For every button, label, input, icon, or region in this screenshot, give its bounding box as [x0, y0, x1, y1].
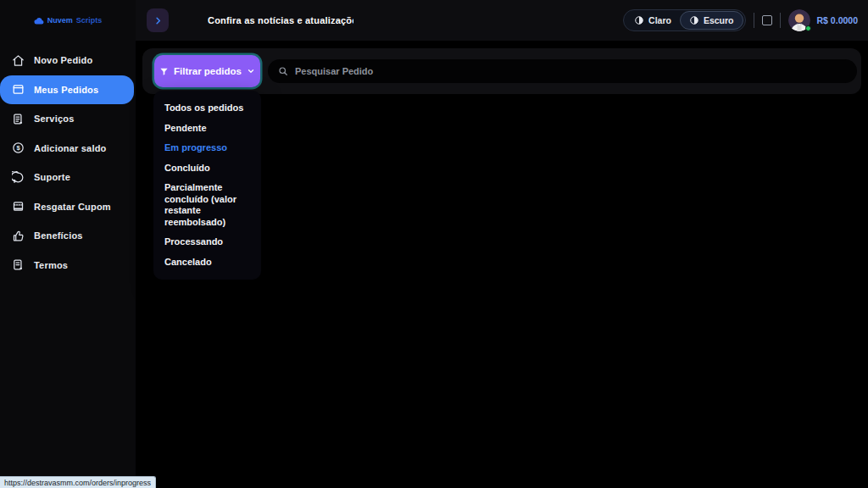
- sidebar-item-label: Meus Pedidos: [34, 85, 98, 95]
- sidebar-item-label: Adicionar saldo: [34, 143, 107, 153]
- filter-option-parcialmente-concluido[interactable]: Parcialmente concluído (valor restante r…: [153, 179, 261, 231]
- filter-option-cancelado[interactable]: Cancelado: [153, 253, 261, 272]
- sidebar-item-beneficios[interactable]: Benefícios: [0, 221, 136, 251]
- search-order-input[interactable]: [295, 66, 847, 76]
- chevron-right-icon: [153, 16, 163, 25]
- divider: [754, 13, 754, 28]
- theme-option-label: Escuro: [704, 15, 734, 25]
- sidebar-item-label: Termos: [34, 260, 68, 270]
- dark-theme-icon: [689, 15, 699, 25]
- sidebar-item-novo-pedido[interactable]: Novo Pedido: [0, 46, 136, 75]
- sidebar-item-adicionar-saldo[interactable]: $ Adicionar saldo: [0, 134, 136, 164]
- sidebar: Nuvem Scripts Novo Pedido Meus Pedidos: [0, 0, 136, 488]
- sidebar-item-label: Resgatar Cupom: [34, 202, 111, 212]
- sidebar-item-label: Benefícios: [34, 230, 83, 241]
- cloud-logo-icon: [34, 17, 44, 25]
- brand-name-primary: Nuvem: [47, 16, 73, 25]
- brand-logo[interactable]: Nuvem Scripts: [0, 0, 136, 41]
- filter-option-concluido[interactable]: Concluído: [153, 159, 261, 178]
- sidebar-item-label: Novo Pedido: [34, 55, 92, 65]
- online-status-dot: [805, 25, 811, 31]
- balance-amount: R$ 0.0000: [817, 15, 858, 25]
- sidebar-nav: Novo Pedido Meus Pedidos Serviços $ Adic…: [0, 46, 136, 280]
- search-icon: [278, 66, 288, 76]
- sidebar-collapse-button[interactable]: [147, 8, 169, 32]
- search-order-container: [268, 59, 857, 83]
- filter-option-todos-os-pedidos[interactable]: Todos os pedidos: [153, 99, 261, 118]
- svg-text:$: $: [16, 145, 20, 152]
- announcement-marquee: Confira as notícias e atualizações na ab…: [208, 0, 353, 41]
- account-button[interactable]: R$ 0.0000: [788, 9, 858, 31]
- filter-orders-button[interactable]: Filtrar pedidos: [154, 55, 260, 87]
- filter-dropdown-menu: Todos os pedidos Pendente Em progresso C…: [153, 91, 261, 280]
- coupon-icon: [11, 200, 25, 214]
- sidebar-item-meus-pedidos[interactable]: Meus Pedidos: [0, 75, 134, 105]
- square-icon[interactable]: [762, 15, 772, 25]
- filter-option-em-progresso[interactable]: Em progresso: [153, 139, 261, 158]
- theme-toggle: Claro Escuro: [623, 9, 745, 31]
- theme-option-label: Claro: [648, 15, 671, 25]
- light-theme-icon: [634, 15, 644, 25]
- funnel-icon: [159, 67, 169, 76]
- orders-filter-panel: Filtrar pedidos: [142, 48, 861, 94]
- sidebar-item-label: Suporte: [34, 172, 70, 182]
- theme-option-escuro[interactable]: Escuro: [680, 11, 743, 30]
- link-status-bar: https://destravasmm.com/orders/inprogres…: [0, 476, 156, 488]
- home-icon: [11, 53, 25, 67]
- topbar: Confira as notícias e atualizações na ab…: [136, 0, 868, 41]
- brand-name-secondary: Scripts: [76, 16, 103, 25]
- filter-button-label: Filtrar pedidos: [174, 66, 242, 76]
- support-icon: [11, 170, 25, 184]
- app-screen: Nuvem Scripts Novo Pedido Meus Pedidos: [0, 0, 868, 488]
- divider: [780, 13, 781, 28]
- filter-option-processando[interactable]: Processando: [153, 233, 261, 252]
- topbar-right-cluster: Claro Escuro: [623, 0, 858, 41]
- sidebar-item-termos[interactable]: Termos: [0, 251, 136, 280]
- sidebar-item-label: Serviços: [34, 114, 74, 124]
- thumbs-up-icon: [11, 229, 25, 242]
- services-icon: [11, 112, 25, 125]
- sidebar-item-resgatar-cupom[interactable]: Resgatar Cupom: [0, 192, 136, 222]
- filter-option-pendente[interactable]: Pendente: [153, 119, 261, 138]
- announcement-text: Confira as notícias e atualizações na ab…: [208, 15, 353, 25]
- orders-card-icon: [11, 83, 25, 97]
- sidebar-item-suporte[interactable]: Suporte: [0, 163, 136, 192]
- terms-icon: [11, 258, 25, 272]
- theme-option-claro[interactable]: Claro: [626, 12, 680, 29]
- chevron-down-icon: [247, 67, 255, 75]
- avatar: [788, 9, 810, 31]
- add-balance-icon: $: [11, 141, 25, 155]
- sidebar-item-servicos[interactable]: Serviços: [0, 104, 136, 134]
